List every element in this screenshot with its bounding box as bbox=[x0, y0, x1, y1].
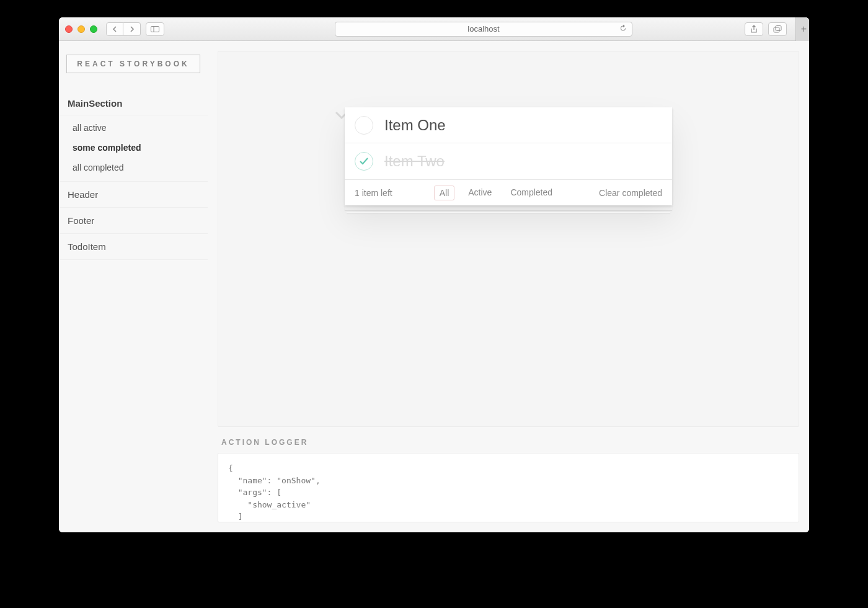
svg-rect-0 bbox=[151, 26, 159, 32]
svg-rect-3 bbox=[776, 25, 781, 30]
sidebar-section-header[interactable]: Header bbox=[59, 182, 208, 208]
action-logger[interactable]: { "name": "onShow", "args": [ "show_acti… bbox=[218, 453, 799, 522]
minimize-window-button[interactable] bbox=[78, 25, 85, 33]
safari-window: localhost + REACT STORYBOOK MainSection … bbox=[59, 17, 809, 532]
reload-icon bbox=[619, 24, 627, 32]
tabs-icon bbox=[773, 25, 782, 33]
filter-completed[interactable]: Completed bbox=[505, 186, 557, 200]
sidebar-icon bbox=[151, 26, 159, 32]
forward-button[interactable] bbox=[123, 22, 141, 36]
todo-app: Item One Item Two 1 item left All bbox=[345, 107, 672, 205]
check-icon bbox=[359, 157, 369, 166]
clear-completed-button[interactable]: Clear completed bbox=[599, 188, 662, 198]
todo-list: Item One Item Two bbox=[345, 107, 672, 179]
content-area: REACT STORYBOOK MainSection all active s… bbox=[59, 41, 809, 532]
share-icon bbox=[750, 25, 758, 34]
chevron-left-icon bbox=[112, 26, 117, 32]
sidebar-section-todoitem[interactable]: TodoItem bbox=[59, 234, 208, 260]
sidebar-section-footer[interactable]: Footer bbox=[59, 208, 208, 234]
reload-button[interactable] bbox=[619, 24, 627, 34]
storybook-sidebar: REACT STORYBOOK MainSection all active s… bbox=[59, 41, 208, 532]
svg-rect-2 bbox=[774, 27, 779, 32]
traffic-lights bbox=[65, 25, 97, 33]
titlebar: localhost + bbox=[59, 17, 809, 41]
preview-panel: Item One Item Two 1 item left All bbox=[218, 51, 799, 427]
sidebar-section-mainsection[interactable]: MainSection bbox=[59, 92, 208, 115]
storybook-title[interactable]: REACT STORYBOOK bbox=[66, 55, 200, 73]
story-some-completed[interactable]: some completed bbox=[59, 138, 208, 158]
todo-item-label: Item One bbox=[384, 117, 446, 134]
new-tab-button[interactable]: + bbox=[795, 17, 809, 41]
todo-filters: All Active Completed bbox=[434, 186, 557, 200]
todo-item[interactable]: Item Two bbox=[345, 143, 672, 179]
url-text: localhost bbox=[467, 24, 499, 34]
todo-count: 1 item left bbox=[355, 188, 392, 198]
story-all-active[interactable]: all active bbox=[59, 118, 208, 138]
chevron-right-icon bbox=[130, 26, 135, 32]
filter-active[interactable]: Active bbox=[463, 186, 497, 200]
action-logger-title: ACTION LOGGER bbox=[218, 427, 799, 453]
todo-item-label: Item Two bbox=[384, 153, 445, 170]
todo-footer: 1 item left All Active Completed Clear c… bbox=[345, 179, 672, 205]
mainsection-stories: all active some completed all completed bbox=[59, 115, 208, 182]
zoom-window-button[interactable] bbox=[90, 25, 97, 33]
story-all-completed[interactable]: all completed bbox=[59, 158, 208, 177]
address-bar[interactable]: localhost bbox=[335, 22, 632, 37]
todo-toggle[interactable] bbox=[355, 116, 373, 135]
plus-icon: + bbox=[801, 24, 807, 35]
storybook-main: Item One Item Two 1 item left All bbox=[208, 41, 809, 532]
back-button[interactable] bbox=[106, 22, 123, 36]
toolbar-right: + bbox=[745, 17, 805, 41]
sidebar-toggle-button[interactable] bbox=[146, 22, 164, 36]
close-window-button[interactable] bbox=[65, 25, 73, 33]
filter-all[interactable]: All bbox=[434, 186, 455, 200]
share-button[interactable] bbox=[745, 22, 763, 36]
nav-buttons bbox=[106, 22, 141, 36]
tabs-button[interactable] bbox=[768, 22, 787, 36]
todo-toggle[interactable] bbox=[355, 152, 373, 171]
todo-item[interactable]: Item One bbox=[345, 107, 672, 143]
